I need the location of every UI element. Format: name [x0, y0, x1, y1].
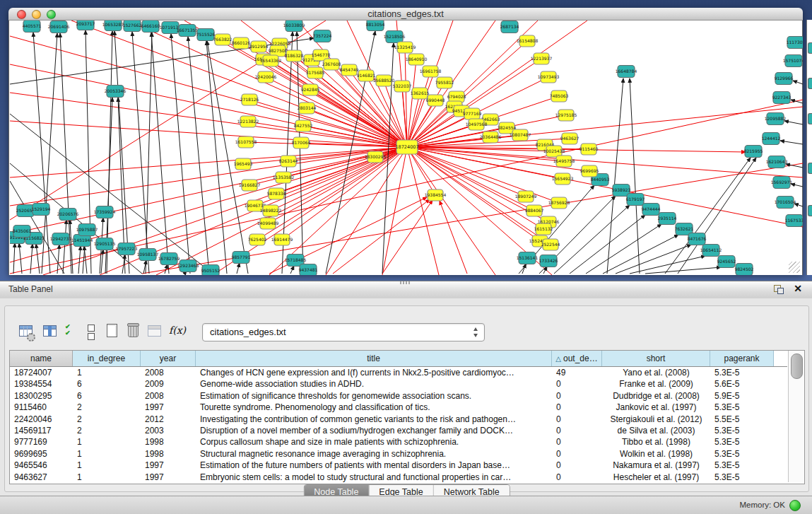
graph-node[interactable]: 7515526	[196, 29, 216, 41]
split-pane-grabber[interactable]	[400, 281, 410, 284]
node-attribute-table[interactable]: namein_degreeyeartitle△out_de…shortpager…	[9, 350, 805, 484]
cell-name[interactable]: 18300295	[10, 390, 73, 402]
cell-pagerank[interactable]: 5.5E-5	[710, 414, 774, 425]
graph-node[interactable]: 1733426	[539, 255, 558, 267]
graph-node[interactable]: 9884067	[525, 205, 544, 216]
graph-node[interactable]: 18724007	[395, 140, 418, 154]
function-builder-button[interactable]: f(x)	[166, 322, 187, 341]
cell-year[interactable]: 1997	[141, 460, 196, 471]
cell-name[interactable]: 19384554	[10, 378, 73, 390]
graph-node[interactable]: 9245652	[717, 256, 736, 268]
cell-short[interactable]: Yano et al. (2008)	[602, 367, 710, 378]
graph-node[interactable]: 10807487	[510, 129, 531, 141]
cell-title[interactable]: Changes of HCN gene expression and I(f) …	[196, 367, 552, 378]
graph-node[interactable]: 12095882	[765, 113, 787, 125]
graph-node[interactable]: 8454749	[340, 64, 359, 76]
table-row[interactable]: 1872400712008Changes of HCN gene express…	[10, 367, 787, 378]
cell-short[interactable]: Dudbridge et al. (2008)	[602, 390, 710, 402]
graph-node[interactable]: 9227343	[772, 92, 792, 104]
graph-node[interactable]: 18640910	[406, 54, 428, 65]
graph-node[interactable]: 16648784	[616, 66, 637, 78]
cell-out_degree[interactable]: 0	[552, 378, 602, 390]
graph-node[interactable]: 10973493	[538, 71, 560, 83]
graph-node[interactable]: 15136141	[517, 252, 539, 264]
cell-title[interactable]: Corpus callosum shape and size in male p…	[196, 436, 552, 448]
table-row[interactable]: 1830029562008Estimation of significance …	[10, 390, 787, 402]
table-row[interactable]: 977716911998Corpus callosum shape and si…	[10, 436, 787, 448]
graph-node[interactable]: 8660126	[232, 37, 251, 49]
window-resize-grip[interactable]	[789, 262, 800, 273]
cell-pagerank[interactable]: 5.3E-5	[710, 472, 774, 483]
graph-node[interactable]: 19384554	[425, 189, 447, 201]
graph-node[interactable]: 11353582	[273, 172, 295, 183]
graph-node[interactable]: 1527662	[123, 21, 142, 32]
graph-node[interactable]: 17957223	[116, 243, 138, 255]
graph-node[interactable]: 1529194	[32, 204, 51, 216]
graph-node[interactable]: 12905135	[94, 238, 116, 250]
graph-node[interactable]: 5878334	[267, 188, 286, 199]
graph-node[interactable]: 15218506	[384, 31, 406, 43]
graph-node[interactable]: 18907249	[515, 191, 537, 202]
graph-node[interactable]: 8215955	[744, 146, 763, 158]
graph-node[interactable]: 16033809	[283, 21, 305, 32]
graph-node[interactable]: 9115460	[579, 144, 599, 155]
graph-node[interactable]: 19166827	[239, 180, 261, 191]
cell-out_degree[interactable]: 0	[552, 436, 602, 448]
cell-out_degree[interactable]: 49	[552, 367, 602, 378]
graph-node[interactable]: 1167533	[785, 215, 803, 227]
cell-name[interactable]: 9699695	[10, 448, 73, 460]
cell-in_degree[interactable]: 1	[73, 460, 141, 471]
graph-node[interactable]: 10958137	[137, 249, 159, 261]
background-network-window[interactable]	[806, 20, 812, 275]
graph-node[interactable]: 9437481	[299, 264, 318, 276]
cell-year[interactable]: 2012	[141, 414, 196, 425]
cell-short[interactable]: Wolkin et al. (1998)	[602, 448, 710, 460]
cell-pagerank[interactable]: 5.3E-5	[710, 436, 774, 448]
graph-node[interactable]: 11325419	[394, 42, 416, 53]
cell-pagerank[interactable]: 5.3E-5	[710, 402, 774, 413]
cell-title[interactable]: Estimation of significance thresholds fo…	[196, 390, 552, 402]
delete-table-button[interactable]	[122, 322, 143, 341]
graph-node[interactable]: 8435061	[13, 226, 32, 238]
column-header-title[interactable]: title	[196, 351, 552, 366]
table-selector-dropdown[interactable]: citations_edges.txt	[202, 323, 485, 341]
show-columns-button[interactable]	[39, 322, 60, 341]
table-row[interactable]: 1456911722003Disruption of a novel membe…	[10, 425, 787, 436]
graph-node[interactable]: 16671355	[177, 25, 199, 37]
graph-node[interactable]: 2803144	[298, 103, 317, 114]
cell-title[interactable]: Genome-wide association studies in ADHD.	[196, 378, 552, 390]
graph-node[interactable]: 12213822	[237, 116, 259, 127]
cell-year[interactable]: 1997	[141, 402, 196, 413]
cell-name[interactable]: 9465546	[10, 460, 73, 471]
graph-node[interactable]: 8427552	[294, 120, 313, 132]
cell-in_degree[interactable]: 2	[73, 414, 141, 425]
graph-node[interactable]: 16495758	[553, 156, 575, 167]
graph-node[interactable]: 14099489	[257, 218, 279, 229]
graph-node[interactable]: 6990448	[426, 95, 445, 106]
cell-out_degree[interactable]: 0	[552, 425, 602, 436]
cell-title[interactable]: Investigating the contribution of common…	[196, 414, 552, 425]
select-columns-button[interactable]: ✔✔	[60, 322, 81, 341]
graph-node[interactable]: 16154808	[517, 35, 539, 47]
graph-node[interactable]: 6179197	[626, 194, 645, 206]
cell-year[interactable]: 2008	[141, 390, 196, 402]
graph-node[interactable]: 10497568	[466, 119, 488, 130]
network-window-titlebar[interactable]: citations_edges.txt	[8, 8, 803, 21]
graph-node[interactable]: 15751074	[783, 55, 803, 67]
graph-node[interactable]: 1117305	[787, 37, 803, 49]
column-header-pagerank[interactable]: pagerank	[710, 351, 774, 366]
graph-node[interactable]: 1244412	[762, 133, 781, 145]
graph-node[interactable]: 9242845	[301, 84, 320, 95]
graph-node[interactable]: 7485063	[550, 90, 569, 102]
table-settings-button[interactable]	[15, 322, 36, 341]
graph-node[interactable]: 8471676	[688, 233, 707, 245]
graph-node[interactable]: 8912954	[249, 41, 269, 52]
graph-node[interactable]: 9474444	[642, 204, 661, 216]
graph-node[interactable]: 16543362	[260, 55, 282, 66]
graph-node[interactable]: 15654923	[552, 173, 574, 185]
network-view-window[interactable]: citations_edges.txt 44055712069140620937…	[8, 8, 803, 275]
cell-pagerank[interactable]: 5.3E-5	[710, 460, 774, 471]
graph-node[interactable]: 12942737	[50, 233, 72, 245]
graph-node[interactable]: 9699695	[580, 165, 599, 177]
graph-node[interactable]: 18300295	[365, 151, 387, 163]
